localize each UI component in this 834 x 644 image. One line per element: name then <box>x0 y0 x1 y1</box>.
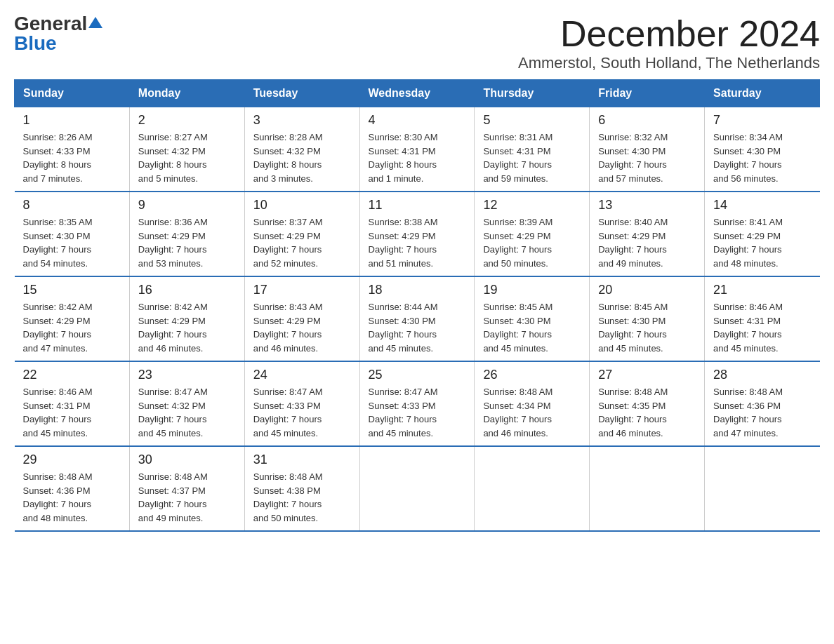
day-number: 18 <box>369 283 466 297</box>
calendar-cell: 22Sunrise: 8:46 AMSunset: 4:31 PMDayligh… <box>15 361 130 446</box>
calendar-cell: 20Sunrise: 8:45 AMSunset: 4:30 PMDayligh… <box>590 276 705 361</box>
calendar-cell: 3Sunrise: 8:28 AMSunset: 4:32 PMDaylight… <box>244 107 359 192</box>
calendar-cell: 29Sunrise: 8:48 AMSunset: 4:36 PMDayligh… <box>15 446 130 531</box>
calendar-cell: 10Sunrise: 8:37 AMSunset: 4:29 PMDayligh… <box>244 192 359 276</box>
day-number: 25 <box>369 368 466 382</box>
day-number: 23 <box>138 368 236 382</box>
day-info: Sunrise: 8:28 AMSunset: 4:32 PMDaylight:… <box>253 130 351 185</box>
calendar-cell: 19Sunrise: 8:45 AMSunset: 4:30 PMDayligh… <box>475 276 590 361</box>
logo-general-text: General <box>14 14 87 34</box>
day-number: 14 <box>713 198 811 213</box>
calendar-cell: 30Sunrise: 8:48 AMSunset: 4:37 PMDayligh… <box>129 446 244 531</box>
calendar-cell <box>475 446 590 531</box>
calendar-cell <box>359 446 475 531</box>
header-cell-saturday: Saturday <box>705 80 820 107</box>
day-number: 21 <box>713 283 811 297</box>
day-info: Sunrise: 8:42 AMSunset: 4:29 PMDaylight:… <box>138 300 236 355</box>
day-number: 13 <box>598 198 696 213</box>
calendar-cell: 7Sunrise: 8:34 AMSunset: 4:30 PMDaylight… <box>705 107 820 192</box>
day-info: Sunrise: 8:48 AMSunset: 4:35 PMDaylight:… <box>598 385 696 440</box>
day-info: Sunrise: 8:48 AMSunset: 4:36 PMDaylight:… <box>713 385 811 440</box>
header-cell-sunday: Sunday <box>15 80 130 107</box>
day-number: 28 <box>713 368 811 382</box>
title-area: December 2024 Ammerstol, South Holland, … <box>518 14 820 72</box>
day-info: Sunrise: 8:36 AMSunset: 4:29 PMDaylight:… <box>138 215 236 270</box>
calendar-cell: 1Sunrise: 8:26 AMSunset: 4:33 PMDaylight… <box>15 107 130 192</box>
header-cell-wednesday: Wednesday <box>359 80 475 107</box>
day-number: 29 <box>23 452 121 467</box>
day-info: Sunrise: 8:45 AMSunset: 4:30 PMDaylight:… <box>598 300 696 355</box>
calendar-table: SundayMondayTuesdayWednesdayThursdayFrid… <box>14 79 820 532</box>
header-cell-tuesday: Tuesday <box>244 80 359 107</box>
day-info: Sunrise: 8:46 AMSunset: 4:31 PMDaylight:… <box>713 300 811 355</box>
calendar-cell: 21Sunrise: 8:46 AMSunset: 4:31 PMDayligh… <box>705 276 820 361</box>
day-info: Sunrise: 8:34 AMSunset: 4:30 PMDaylight:… <box>713 130 811 185</box>
calendar-cell: 25Sunrise: 8:47 AMSunset: 4:33 PMDayligh… <box>359 361 475 446</box>
day-info: Sunrise: 8:44 AMSunset: 4:30 PMDaylight:… <box>369 300 466 355</box>
calendar-cell: 28Sunrise: 8:48 AMSunset: 4:36 PMDayligh… <box>705 361 820 446</box>
calendar-header: SundayMondayTuesdayWednesdayThursdayFrid… <box>15 80 820 107</box>
calendar-cell: 16Sunrise: 8:42 AMSunset: 4:29 PMDayligh… <box>129 276 244 361</box>
day-info: Sunrise: 8:45 AMSunset: 4:30 PMDaylight:… <box>483 300 581 355</box>
header-cell-thursday: Thursday <box>475 80 590 107</box>
day-info: Sunrise: 8:48 AMSunset: 4:38 PMDaylight:… <box>253 470 351 525</box>
header-cell-monday: Monday <box>129 80 244 107</box>
header-cell-friday: Friday <box>590 80 705 107</box>
calendar-cell: 17Sunrise: 8:43 AMSunset: 4:29 PMDayligh… <box>244 276 359 361</box>
calendar-cell: 8Sunrise: 8:35 AMSunset: 4:30 PMDaylight… <box>15 192 130 276</box>
month-title: December 2024 <box>518 14 820 54</box>
day-number: 22 <box>23 368 121 382</box>
calendar-cell: 27Sunrise: 8:48 AMSunset: 4:35 PMDayligh… <box>590 361 705 446</box>
calendar-cell <box>590 446 705 531</box>
day-info: Sunrise: 8:37 AMSunset: 4:29 PMDaylight:… <box>253 215 351 270</box>
day-number: 2 <box>138 113 236 128</box>
day-number: 17 <box>253 283 351 297</box>
day-number: 9 <box>138 198 236 213</box>
day-info: Sunrise: 8:27 AMSunset: 4:32 PMDaylight:… <box>138 130 236 185</box>
day-info: Sunrise: 8:32 AMSunset: 4:30 PMDaylight:… <box>598 130 696 185</box>
day-number: 3 <box>253 113 351 128</box>
week-row-1: 1Sunrise: 8:26 AMSunset: 4:33 PMDaylight… <box>15 107 820 192</box>
day-number: 6 <box>598 113 696 128</box>
location-title: Ammerstol, South Holland, The Netherland… <box>518 54 820 72</box>
day-info: Sunrise: 8:42 AMSunset: 4:29 PMDaylight:… <box>23 300 121 355</box>
day-info: Sunrise: 8:46 AMSunset: 4:31 PMDaylight:… <box>23 385 121 440</box>
calendar-body: 1Sunrise: 8:26 AMSunset: 4:33 PMDaylight… <box>15 107 820 532</box>
calendar-cell: 12Sunrise: 8:39 AMSunset: 4:29 PMDayligh… <box>475 192 590 276</box>
week-row-3: 15Sunrise: 8:42 AMSunset: 4:29 PMDayligh… <box>15 276 820 361</box>
day-info: Sunrise: 8:41 AMSunset: 4:29 PMDaylight:… <box>713 215 811 270</box>
day-info: Sunrise: 8:39 AMSunset: 4:29 PMDaylight:… <box>483 215 581 270</box>
day-number: 20 <box>598 283 696 297</box>
week-row-2: 8Sunrise: 8:35 AMSunset: 4:30 PMDaylight… <box>15 192 820 276</box>
day-info: Sunrise: 8:30 AMSunset: 4:31 PMDaylight:… <box>369 130 466 185</box>
calendar-cell: 13Sunrise: 8:40 AMSunset: 4:29 PMDayligh… <box>590 192 705 276</box>
day-info: Sunrise: 8:31 AMSunset: 4:31 PMDaylight:… <box>483 130 581 185</box>
header-row: SundayMondayTuesdayWednesdayThursdayFrid… <box>15 80 820 107</box>
day-info: Sunrise: 8:40 AMSunset: 4:29 PMDaylight:… <box>598 215 696 270</box>
calendar-cell: 2Sunrise: 8:27 AMSunset: 4:32 PMDaylight… <box>129 107 244 192</box>
calendar-cell: 6Sunrise: 8:32 AMSunset: 4:30 PMDaylight… <box>590 107 705 192</box>
day-number: 12 <box>483 198 581 213</box>
calendar-cell: 18Sunrise: 8:44 AMSunset: 4:30 PMDayligh… <box>359 276 475 361</box>
day-number: 27 <box>598 368 696 382</box>
day-info: Sunrise: 8:26 AMSunset: 4:33 PMDaylight:… <box>23 130 121 185</box>
day-number: 26 <box>483 368 581 382</box>
day-info: Sunrise: 8:38 AMSunset: 4:29 PMDaylight:… <box>369 215 466 270</box>
calendar-cell: 26Sunrise: 8:48 AMSunset: 4:34 PMDayligh… <box>475 361 590 446</box>
day-number: 5 <box>483 113 581 128</box>
calendar-cell: 9Sunrise: 8:36 AMSunset: 4:29 PMDaylight… <box>129 192 244 276</box>
logo: General Blue <box>14 14 102 53</box>
calendar-cell: 5Sunrise: 8:31 AMSunset: 4:31 PMDaylight… <box>475 107 590 192</box>
day-info: Sunrise: 8:47 AMSunset: 4:32 PMDaylight:… <box>138 385 236 440</box>
calendar-cell <box>705 446 820 531</box>
calendar-cell: 24Sunrise: 8:47 AMSunset: 4:33 PMDayligh… <box>244 361 359 446</box>
day-number: 15 <box>23 283 121 297</box>
day-number: 16 <box>138 283 236 297</box>
day-info: Sunrise: 8:48 AMSunset: 4:36 PMDaylight:… <box>23 470 121 525</box>
day-number: 31 <box>253 452 351 467</box>
calendar-cell: 15Sunrise: 8:42 AMSunset: 4:29 PMDayligh… <box>15 276 130 361</box>
day-number: 8 <box>23 198 121 213</box>
week-row-4: 22Sunrise: 8:46 AMSunset: 4:31 PMDayligh… <box>15 361 820 446</box>
day-number: 19 <box>483 283 581 297</box>
week-row-5: 29Sunrise: 8:48 AMSunset: 4:36 PMDayligh… <box>15 446 820 531</box>
